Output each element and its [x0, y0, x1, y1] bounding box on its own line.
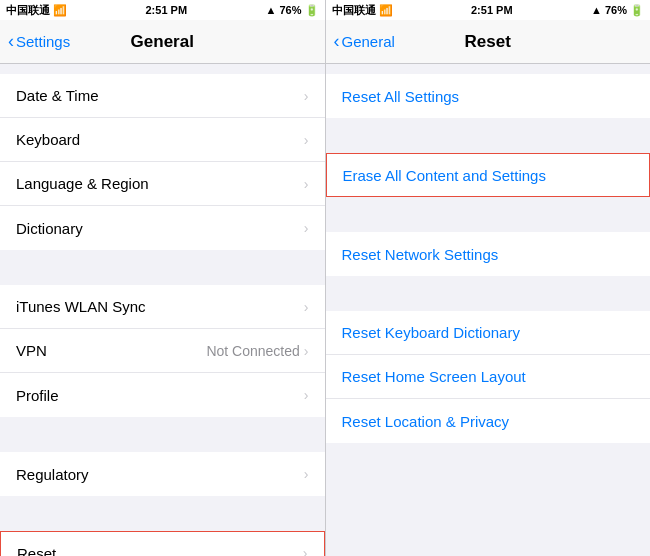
status-bar-right: 中国联通 📶 2:51 PM ▲ 76% 🔋 [326, 0, 651, 20]
reset-network-settings-item[interactable]: Reset Network Settings [326, 232, 651, 276]
right-settings-content: Reset All Settings Erase All Content and… [326, 64, 651, 556]
reset-home-screen-item[interactable]: Reset Home Screen Layout [326, 355, 651, 399]
profile-label: Profile [16, 387, 304, 404]
dictionary-item[interactable]: Dictionary › [0, 206, 325, 250]
nav-title-right: Reset [465, 32, 511, 52]
back-label-right: General [342, 33, 395, 50]
vpn-label: VPN [16, 342, 206, 359]
keyboard-item[interactable]: Keyboard › [0, 118, 325, 162]
itunes-wlan-label: iTunes WLAN Sync [16, 298, 304, 315]
date-time-item[interactable]: Date & Time › [0, 74, 325, 118]
chevron: › [304, 176, 309, 192]
battery-right: 76% [605, 4, 627, 16]
erase-all-content-label: Erase All Content and Settings [343, 167, 634, 184]
reset-keyboard-dict-label: Reset Keyboard Dictionary [342, 324, 635, 341]
reset-all-settings-label: Reset All Settings [342, 88, 635, 105]
erase-all-content-item[interactable]: Erase All Content and Settings [326, 153, 651, 197]
back-button-right[interactable]: ‹ General [334, 33, 395, 50]
keyboard-label: Keyboard [16, 131, 304, 148]
signal-icon-right: ▲ [591, 4, 602, 16]
section-group-3: Regulatory › [0, 417, 325, 496]
nav-bar-right: ‹ General Reset [326, 20, 651, 64]
back-label-left: Settings [16, 33, 70, 50]
language-region-item[interactable]: Language & Region › [0, 162, 325, 206]
left-settings-content: Date & Time › Keyboard › Language & Regi… [0, 64, 325, 556]
time-left: 2:51 PM [146, 4, 188, 16]
separator [326, 197, 651, 232]
reset-item[interactable]: Reset › [0, 531, 325, 556]
left-panel: 中国联通 📶 2:51 PM ▲ 76% 🔋 ‹ Settings Genera… [0, 0, 325, 556]
nav-title-left: General [131, 32, 194, 52]
separator [0, 250, 325, 285]
separator [0, 496, 325, 531]
chevron: › [304, 387, 309, 403]
dictionary-label: Dictionary [16, 220, 304, 237]
separator [326, 276, 651, 311]
back-arrow-right: ‹ [334, 32, 340, 50]
section-group-4: Reset › Shut Down [0, 496, 325, 556]
reset-all-settings-item[interactable]: Reset All Settings [326, 74, 651, 118]
chevron: › [303, 545, 308, 556]
reset-network-settings-label: Reset Network Settings [342, 246, 635, 263]
wifi-icon-right: 📶 [379, 4, 393, 17]
separator [0, 64, 325, 74]
separator [326, 64, 651, 74]
reset-section-4: Reset Keyboard Dictionary Reset Home Scr… [326, 276, 651, 443]
reset-location-privacy-label: Reset Location & Privacy [342, 413, 635, 430]
battery-icon-left: 🔋 [305, 4, 319, 17]
carrier-left: 中国联通 [6, 3, 50, 18]
nav-bar-left: ‹ Settings General [0, 20, 325, 64]
battery-icon-right: 🔋 [630, 4, 644, 17]
section-group-2: iTunes WLAN Sync › VPN Not Connected › P… [0, 250, 325, 417]
back-button-left[interactable]: ‹ Settings [8, 33, 70, 50]
chevron: › [304, 299, 309, 315]
back-arrow-left: ‹ [8, 32, 14, 50]
chevron: › [304, 132, 309, 148]
separator [326, 118, 651, 153]
time-right: 2:51 PM [471, 4, 513, 16]
chevron: › [304, 88, 309, 104]
chevron: › [304, 343, 309, 359]
vpn-item[interactable]: VPN Not Connected › [0, 329, 325, 373]
profile-item[interactable]: Profile › [0, 373, 325, 417]
vpn-value: Not Connected [206, 343, 299, 359]
reset-section-1: Reset All Settings [326, 64, 651, 118]
battery-left: 76% [279, 4, 301, 16]
reset-section-3: Reset Network Settings [326, 197, 651, 276]
reset-label: Reset [17, 545, 303, 557]
carrier-right: 中国联通 [332, 3, 376, 18]
section-group-1: Date & Time › Keyboard › Language & Regi… [0, 64, 325, 250]
status-bar-left: 中国联通 📶 2:51 PM ▲ 76% 🔋 [0, 0, 325, 20]
reset-section-2: Erase All Content and Settings [326, 118, 651, 197]
reset-location-privacy-item[interactable]: Reset Location & Privacy [326, 399, 651, 443]
regulatory-item[interactable]: Regulatory › [0, 452, 325, 496]
reset-keyboard-dict-item[interactable]: Reset Keyboard Dictionary [326, 311, 651, 355]
itunes-wlan-item[interactable]: iTunes WLAN Sync › [0, 285, 325, 329]
date-time-label: Date & Time [16, 87, 304, 104]
reset-home-screen-label: Reset Home Screen Layout [342, 368, 635, 385]
right-panel: 中国联通 📶 2:51 PM ▲ 76% 🔋 ‹ General Reset R… [326, 0, 651, 556]
regulatory-label: Regulatory [16, 466, 304, 483]
language-region-label: Language & Region [16, 175, 304, 192]
separator [0, 417, 325, 452]
chevron: › [304, 220, 309, 236]
chevron: › [304, 466, 309, 482]
wifi-icon-left: 📶 [53, 4, 67, 17]
signal-icon-left: ▲ [266, 4, 277, 16]
